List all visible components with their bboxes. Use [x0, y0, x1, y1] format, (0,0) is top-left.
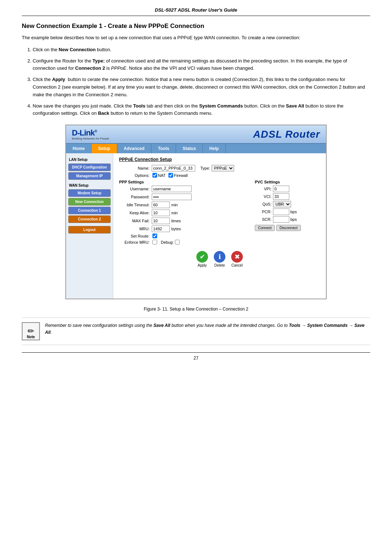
delete-action[interactable]: ℹ Delete [214, 251, 225, 267]
nav-status[interactable]: Status [176, 144, 203, 153]
step4-bold4: Back [98, 110, 109, 116]
pcr-row: PCR: bps [255, 208, 320, 215]
step1-bold: New Connection [59, 47, 96, 52]
pcr-unit: bps [290, 210, 297, 214]
step3-bold: Apply [52, 77, 65, 82]
new-connection-btn[interactable]: New Connection [68, 198, 111, 206]
options-label: Options: [119, 173, 152, 178]
modem-setup-btn[interactable]: Modem Setup [68, 189, 111, 197]
enforce-mru-checkbox[interactable] [152, 240, 157, 244]
idle-timeout-label: Idle Timeout: [119, 203, 152, 207]
nav-tools[interactable]: Tools [151, 144, 176, 153]
dlink-logo: D-Link® Building Networks for People [72, 128, 109, 140]
cancel-icon: ✖ [231, 251, 243, 263]
connection1-btn[interactable]: Connection 1 [68, 207, 111, 214]
pcr-label: PCR: [255, 210, 273, 214]
step4-bold3: Save All [286, 103, 304, 109]
ppp-title: PPP Settings [119, 180, 248, 184]
idle-timeout-row: Idle Timeout: min [119, 202, 248, 208]
ppp-pvc-container: PPP Settings Username: Password: Idle Ti… [119, 180, 320, 246]
password-label: Password: [119, 195, 152, 199]
section-title: New Connection Example 1 - Create a New … [22, 23, 370, 30]
vpi-row: VPI: [255, 186, 320, 192]
note-icon: ✏ Note [22, 322, 40, 340]
note-text: Remember to save new configuration setti… [45, 322, 370, 336]
logout-btn[interactable]: Logout [68, 226, 111, 234]
pcr-input[interactable] [273, 208, 289, 215]
username-input[interactable] [152, 186, 192, 192]
step-3: Click the Apply button to cerate the new… [33, 76, 370, 98]
username-row: Username: [119, 186, 248, 192]
mru-input[interactable] [152, 226, 170, 232]
nav-setup[interactable]: Setup [91, 144, 117, 153]
step2-italic: PPPoE [111, 65, 126, 71]
vci-row: VCI: [255, 193, 320, 200]
cancel-action[interactable]: ✖ Cancel [231, 251, 243, 267]
max-fail-label: MAX Fail: [119, 219, 152, 223]
management-ip-btn[interactable]: Management IP [68, 172, 111, 180]
keep-alive-label: Keep Alive: [119, 211, 152, 215]
page-footer: 27 [22, 352, 370, 361]
apply-icon: ✔ [196, 251, 208, 263]
name-input[interactable] [152, 165, 195, 171]
password-input[interactable] [152, 194, 192, 200]
step4-bold2: System Commands [199, 103, 243, 109]
dhcp-config-btn[interactable]: DHCP Configuration [68, 163, 111, 171]
nav-help[interactable]: Help [203, 144, 226, 153]
set-route-label: Set Route: [119, 234, 152, 238]
router-header: D-Link® Building Networks for People ADS… [66, 125, 326, 144]
intro-text: The example below describes how to set u… [22, 34, 370, 42]
step-1: Click on the New Connection button. [33, 46, 370, 54]
steps-list: Click on the New Connection button. Conf… [33, 46, 370, 117]
figure-caption: Figure 3- 11. Setup a New Connection – C… [22, 307, 370, 312]
type-label: Type: [200, 166, 210, 170]
vpi-input[interactable] [273, 186, 289, 192]
vci-label: VCI: [255, 194, 273, 199]
wan-setup-label: WAN Setup [66, 182, 113, 188]
idle-timeout-unit: min [171, 203, 178, 207]
debug-checkbox[interactable] [175, 240, 180, 244]
qos-row: QoS: UBR [255, 201, 320, 207]
mru-unit: bytes [171, 227, 181, 231]
firewall-checkbox[interactable] [168, 173, 173, 178]
idle-timeout-input[interactable] [152, 202, 170, 208]
type-select[interactable]: PPPoE [212, 165, 234, 171]
nat-checkbox[interactable] [152, 173, 157, 178]
connection2-btn[interactable]: Connection 2 [68, 215, 111, 223]
connect-button[interactable]: Connect [255, 225, 275, 231]
cancel-label: Cancel [231, 263, 242, 267]
nav-advanced[interactable]: Advanced [117, 144, 151, 153]
firewall-label: Firewall [174, 173, 188, 178]
disconnect-button[interactable]: Disconnect [276, 225, 301, 231]
name-label: Name: [119, 166, 152, 170]
keep-alive-row: Keep Alive: min [119, 210, 248, 216]
header-title: DSL-502T ADSL Router User's Guide [155, 7, 237, 13]
max-fail-row: MAX Fail: times [119, 218, 248, 224]
scr-input[interactable] [273, 216, 289, 223]
keep-alive-unit: min [171, 211, 178, 215]
max-fail-input[interactable] [152, 218, 170, 224]
vci-input[interactable] [273, 193, 289, 200]
pvc-section: PVC Settings VPI: VCI: QoS: UBR [255, 180, 320, 246]
vpi-label: VPI: [255, 187, 273, 191]
name-type-row: Name: Type: PPPoE [119, 165, 320, 171]
connect-btns: Connect Disconnect [255, 225, 320, 231]
nav-bar: Home Setup Advanced Tools Status Help [66, 144, 326, 153]
nav-home[interactable]: Home [66, 144, 91, 153]
page-header: DSL-502T ADSL Router User's Guide [22, 7, 370, 16]
page-number: 27 [193, 356, 198, 361]
apply-action[interactable]: ✔ Apply [196, 251, 208, 267]
note-label: Note [27, 335, 35, 339]
ppp-section: PPP Settings Username: Password: Idle Ti… [119, 180, 248, 246]
mru-label: MRU: [119, 227, 152, 231]
username-label: Username: [119, 187, 152, 191]
qos-label: QoS: [255, 202, 273, 206]
qos-select[interactable]: UBR [273, 201, 291, 207]
enforce-mru-label: Enforce MRU: [119, 240, 152, 244]
nat-label: NAT [158, 173, 166, 178]
scr-label: SCR: [255, 217, 273, 222]
router-body: LAN Setup DHCP Configuration Management … [66, 153, 326, 299]
set-route-checkbox[interactable] [152, 234, 157, 238]
pvc-title: PVC Settings [255, 180, 320, 184]
keep-alive-input[interactable] [152, 210, 170, 216]
